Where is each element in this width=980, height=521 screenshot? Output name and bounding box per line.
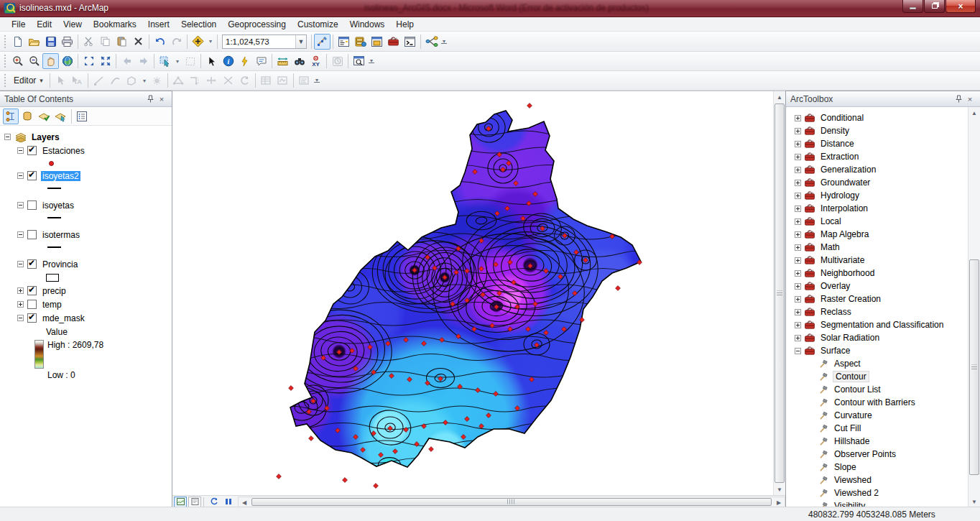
collapse-icon[interactable] xyxy=(4,134,11,140)
toolbar-grip[interactable] xyxy=(4,74,7,87)
measure-icon[interactable] xyxy=(274,53,291,69)
collapse-icon[interactable] xyxy=(795,348,801,354)
html-popup-icon[interactable] xyxy=(253,53,269,69)
isoyetas2-symbol[interactable] xyxy=(4,183,172,194)
layer-label[interactable]: mde_mask xyxy=(41,313,86,323)
tool-label[interactable]: Contour with Barriers xyxy=(833,397,917,407)
toolbox-label[interactable]: Distance xyxy=(819,139,856,149)
redo-icon[interactable] xyxy=(168,34,185,50)
expand-icon[interactable] xyxy=(795,231,801,238)
expand-icon[interactable] xyxy=(795,270,801,277)
delete-icon[interactable] xyxy=(130,34,147,50)
list-by-selection-icon[interactable] xyxy=(52,109,68,124)
toolbox-label[interactable]: Neighborhood xyxy=(819,268,876,278)
select-elements-icon[interactable] xyxy=(203,53,220,69)
vscroll-thumb[interactable] xyxy=(775,103,785,483)
zoom-out-icon[interactable] xyxy=(26,53,42,69)
toolbox-item-map-algebra[interactable]: Map Algebra xyxy=(786,228,968,241)
layer-label[interactable]: Estaciones xyxy=(41,146,86,156)
straight-segment-icon[interactable] xyxy=(91,73,107,88)
toolbox-item-reclass[interactable]: Reclass xyxy=(786,305,968,318)
tool-label[interactable]: Viewshed xyxy=(833,475,873,485)
toolbox-label[interactable]: Surface xyxy=(819,346,851,356)
isoyetas-checkbox[interactable] xyxy=(27,200,37,210)
arctoolbox-window-icon[interactable] xyxy=(385,34,402,50)
attributes-icon[interactable] xyxy=(258,73,274,88)
pan-icon[interactable] xyxy=(42,53,59,69)
expand-icon[interactable] xyxy=(795,141,801,147)
fixed-zoom-out-icon[interactable] xyxy=(97,53,114,69)
toolbox-label[interactable]: Segmentation and Classification xyxy=(819,320,945,330)
tool-item-viewshed-2[interactable]: Viewshed 2 xyxy=(786,487,968,499)
endpoint-arc-icon[interactable] xyxy=(107,73,124,88)
editor-extra-icon[interactable] xyxy=(296,73,313,88)
toc-layer-isoyetas2[interactable]: isoyetas2 xyxy=(4,169,172,183)
toolbox-item-conditional[interactable]: Conditional xyxy=(786,111,968,124)
edit-vertices-icon[interactable] xyxy=(170,73,187,88)
expand-icon[interactable] xyxy=(795,167,801,173)
expand-icon[interactable] xyxy=(795,193,801,199)
toolbox-item-groundwater[interactable]: Groundwater xyxy=(786,176,968,189)
expand-icon[interactable] xyxy=(795,154,801,160)
toolbox-item-solar-radiation[interactable]: Solar Radiation xyxy=(786,331,968,344)
pin-icon[interactable] xyxy=(953,93,964,104)
toc-layer-mde-mask[interactable]: mde_mask xyxy=(4,311,172,325)
toolbox-label[interactable]: Density xyxy=(819,126,851,136)
menu-insert[interactable]: Insert xyxy=(142,18,175,31)
toolbox-item-math[interactable]: Math xyxy=(786,241,968,254)
mde-mask-checkbox[interactable] xyxy=(27,313,37,323)
toolbox-label[interactable]: Map Algebra xyxy=(819,229,870,239)
undo-icon[interactable] xyxy=(152,34,168,50)
layer-label[interactable]: Provincia xyxy=(41,259,79,269)
find-icon[interactable] xyxy=(291,53,308,69)
provincia-checkbox[interactable] xyxy=(27,259,37,269)
toolbox-item-overlay[interactable]: Overlay xyxy=(786,280,968,292)
scroll-down-icon[interactable]: ▼ xyxy=(969,496,980,507)
toolbox-item-surface[interactable]: Surface xyxy=(786,344,968,357)
toolbox-item-multivariate[interactable]: Multivariate xyxy=(786,254,968,267)
edit-tool-icon[interactable] xyxy=(52,73,69,88)
expand-icon[interactable] xyxy=(795,115,801,121)
toolbar-overflow[interactable]: ▾ xyxy=(440,34,448,50)
list-by-visibility-icon[interactable] xyxy=(36,109,52,124)
close-icon[interactable]: × xyxy=(964,93,976,104)
edit-annotation-tool-icon[interactable]: A xyxy=(69,73,85,88)
vscroll-thumb[interactable] xyxy=(969,259,979,475)
toc-layer-precip[interactable]: precip xyxy=(4,284,172,298)
expand-icon[interactable] xyxy=(795,244,801,251)
expand-icon[interactable] xyxy=(795,335,801,341)
toolbox-item-extraction[interactable]: Extraction xyxy=(786,150,968,163)
toolbox-item-density[interactable]: Density xyxy=(786,124,968,137)
add-data-icon[interactable] xyxy=(190,34,206,50)
toolbox-item-raster-creation[interactable]: Raster Creation xyxy=(786,292,968,305)
tool-item-aspect[interactable]: Aspect xyxy=(786,357,968,370)
full-extent-icon[interactable] xyxy=(59,53,75,69)
menu-view[interactable]: View xyxy=(57,18,88,31)
tool-item-observer-points[interactable]: Observer Points xyxy=(786,448,968,461)
tool-label[interactable]: Observer Points xyxy=(833,449,897,459)
toolbar-grip[interactable] xyxy=(4,35,7,48)
options-icon[interactable] xyxy=(74,109,90,124)
identify-icon[interactable]: i xyxy=(220,53,236,69)
toolbox-label[interactable]: Hydrology xyxy=(819,190,861,200)
toc-layer-estaciones[interactable]: Estaciones xyxy=(4,144,172,157)
fixed-zoom-in-icon[interactable] xyxy=(80,53,97,69)
toolbox-label[interactable]: Math xyxy=(819,242,841,252)
toolbox-label[interactable]: Reclass xyxy=(819,307,853,317)
map-hscrollbar[interactable]: ◀ ▶ xyxy=(238,497,785,507)
snapping-icon[interactable] xyxy=(149,73,165,88)
toolbox-item-local[interactable]: Local xyxy=(786,215,968,228)
toc-layers-label[interactable]: Layers xyxy=(30,132,61,142)
toc-layer-temp[interactable]: temp xyxy=(4,298,172,311)
tool-label[interactable]: Visibility xyxy=(833,501,866,507)
menu-selection[interactable]: Selection xyxy=(175,18,222,31)
collapse-icon[interactable] xyxy=(17,315,24,321)
layer-label-selected[interactable]: isoyetas2 xyxy=(41,171,80,181)
catalog-window-icon[interactable] xyxy=(369,34,385,50)
toolbox-label[interactable]: Generalization xyxy=(819,165,877,175)
scroll-up-icon[interactable]: ▲ xyxy=(774,91,785,103)
edit-sketch-icon[interactable] xyxy=(314,34,330,50)
print-icon[interactable] xyxy=(59,34,75,50)
toolbox-label[interactable]: Extraction xyxy=(819,152,860,162)
menu-customize[interactable]: Customize xyxy=(292,18,344,31)
